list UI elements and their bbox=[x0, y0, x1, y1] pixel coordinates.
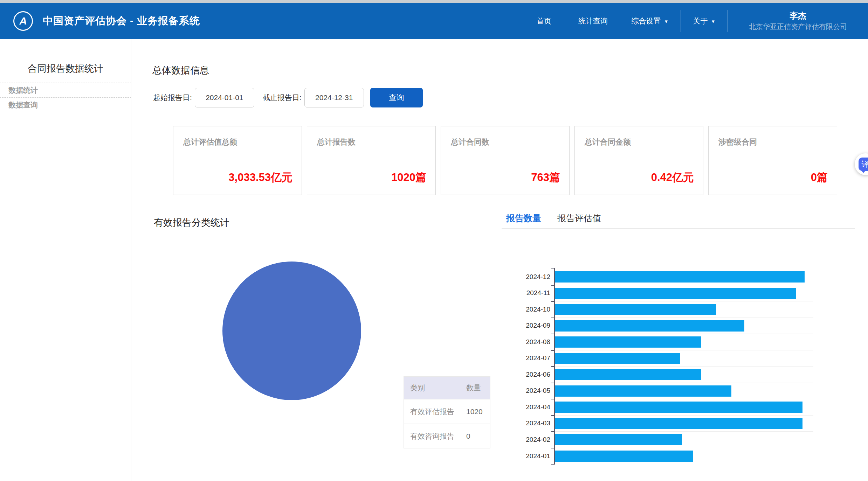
bar-row: 2024-08 bbox=[555, 334, 813, 350]
tabs-divider bbox=[502, 228, 855, 229]
user-company: 北京华亚正信资产评估有限公司 bbox=[749, 22, 847, 32]
brand: A 中国资产评估协会 - 业务报备系统 bbox=[13, 3, 200, 39]
page: A 中国资产评估协会 - 业务报备系统 首页 统计查询 综合设置 ▼ 关于 ▼ … bbox=[0, 0, 868, 481]
translate-widget[interactable]: 译 bbox=[855, 153, 868, 175]
stat-card-total-contract-amount: 总计合同金额 0.42亿元 bbox=[574, 126, 703, 195]
bar-2024-05 bbox=[555, 385, 731, 397]
stat-card-total-contracts: 总计合同数 763篇 bbox=[441, 126, 570, 195]
table-header-row: 类别 数量 bbox=[404, 377, 490, 399]
stat-card-classified-contracts: 涉密级合同 0篇 bbox=[708, 126, 837, 195]
nav-item-home[interactable]: 首页 bbox=[521, 10, 567, 32]
bar-2024-09 bbox=[555, 320, 744, 332]
user-name: 李杰 bbox=[790, 11, 806, 21]
bar-2024-06 bbox=[555, 369, 701, 380]
chart-tabs: 报告数量 报告评估值 bbox=[506, 212, 617, 224]
bar-2024-04 bbox=[555, 402, 802, 413]
bar-row: 2024-05 bbox=[555, 383, 813, 399]
bar-row: 2024-09 bbox=[555, 318, 813, 334]
translate-icon: 译 bbox=[859, 158, 868, 171]
tab-report-appraisal-value[interactable]: 报告评估值 bbox=[557, 212, 601, 224]
app-title: 中国资产评估协会 - 业务报备系统 bbox=[43, 14, 200, 28]
sidebar-title: 合同报告数据统计 bbox=[0, 39, 131, 83]
bar-row: 2024-12 bbox=[555, 269, 813, 285]
bar-row: 2024-10 bbox=[555, 301, 813, 318]
nav-item-settings[interactable]: 综合设置 ▼ bbox=[619, 10, 681, 32]
start-date-input[interactable] bbox=[195, 88, 254, 107]
pie-chart bbox=[222, 262, 361, 400]
bar-row: 2024-11 bbox=[555, 285, 813, 302]
date-filter-row: 起始报告日: 截止报告日: 查询 bbox=[153, 88, 423, 107]
stat-card-total-appraisal-value: 总计评估值总额 3,033.53亿元 bbox=[173, 126, 302, 195]
bar-row: 2024-04 bbox=[555, 399, 813, 416]
bar-2024-01 bbox=[555, 451, 693, 462]
overview-section-title: 总体数据信息 bbox=[152, 64, 209, 77]
table-row: 有效评估报告 1020 bbox=[404, 399, 490, 424]
bar-2024-08 bbox=[555, 336, 701, 348]
query-button[interactable]: 查询 bbox=[370, 88, 423, 107]
end-date-label: 截止报告日: bbox=[263, 93, 302, 103]
table-row: 有效咨询报告 0 bbox=[404, 424, 490, 448]
bar-chart: 2024-12 2024-11 2024-10 2024-09 2024-08 … bbox=[555, 269, 813, 464]
acas-logo-icon: A bbox=[13, 11, 33, 31]
nav-item-about[interactable]: 关于 ▼ bbox=[681, 10, 728, 32]
tab-report-count[interactable]: 报告数量 bbox=[506, 212, 541, 224]
bar-row: 2024-03 bbox=[555, 416, 813, 432]
end-date-input[interactable] bbox=[304, 88, 364, 107]
bar-2024-10 bbox=[555, 304, 716, 315]
nav-item-stats-query[interactable]: 统计查询 bbox=[567, 10, 619, 32]
bar-row: 2024-02 bbox=[555, 432, 813, 448]
caret-down-icon: ▼ bbox=[664, 19, 669, 24]
bar-2024-11 bbox=[555, 288, 796, 299]
stat-cards: 总计评估值总额 3,033.53亿元 总计报告数 1020篇 总计合同数 763… bbox=[173, 126, 837, 195]
user-info[interactable]: 李杰 北京华亚正信资产评估有限公司 bbox=[728, 10, 868, 32]
bar-row: 2024-01 bbox=[555, 448, 813, 465]
sidebar-item-data-query[interactable]: 数据查询 bbox=[0, 98, 131, 112]
main-nav: 首页 统计查询 综合设置 ▼ 关于 ▼ bbox=[521, 10, 728, 32]
stat-card-total-reports: 总计报告数 1020篇 bbox=[307, 126, 436, 195]
bar-2024-07 bbox=[555, 353, 680, 364]
bar-2024-02 bbox=[555, 434, 682, 445]
caret-down-icon: ▼ bbox=[711, 19, 716, 24]
window-top-strip bbox=[0, 0, 868, 3]
bar-row: 2024-07 bbox=[555, 350, 813, 367]
bar-2024-12 bbox=[555, 271, 805, 283]
start-date-label: 起始报告日: bbox=[153, 93, 192, 103]
sidebar-item-data-statistics[interactable]: 数据统计 bbox=[0, 83, 131, 98]
bar-row: 2024-06 bbox=[555, 367, 813, 383]
app-header: A 中国资产评估协会 - 业务报备系统 首页 统计查询 综合设置 ▼ 关于 ▼ … bbox=[0, 3, 868, 39]
category-count-table: 类别 数量 有效评估报告 1020 有效咨询报告 0 bbox=[404, 376, 490, 448]
sidebar: 合同报告数据统计 数据统计 数据查询 bbox=[0, 39, 131, 481]
pie-section-title: 有效报告分类统计 bbox=[154, 216, 229, 229]
bar-2024-03 bbox=[555, 418, 802, 429]
